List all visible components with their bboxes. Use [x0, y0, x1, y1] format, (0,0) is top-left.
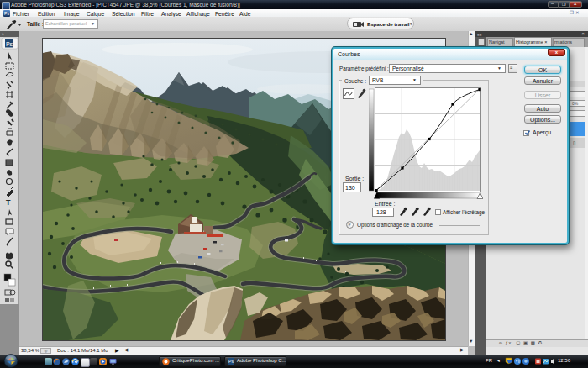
- svg-text:T: T: [6, 198, 11, 207]
- svg-text:Ps: Ps: [6, 41, 13, 47]
